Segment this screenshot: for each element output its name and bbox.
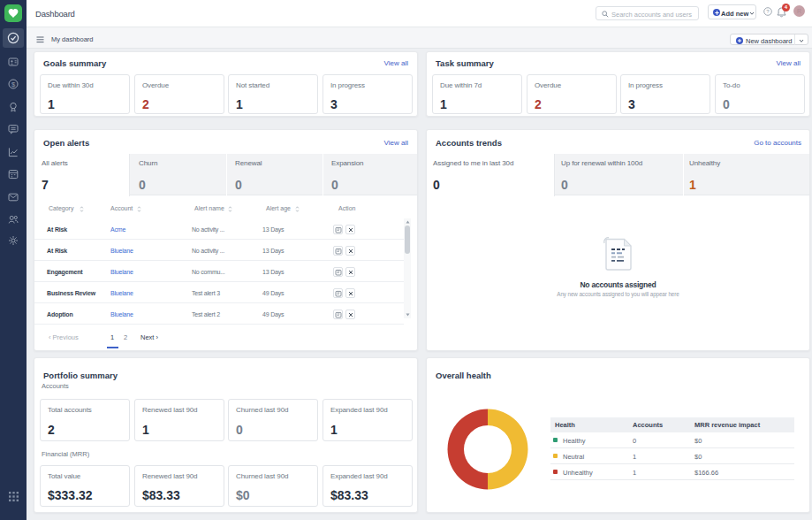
svg-text:?: ? [766, 9, 770, 14]
svg-text:$: $ [11, 80, 16, 88]
